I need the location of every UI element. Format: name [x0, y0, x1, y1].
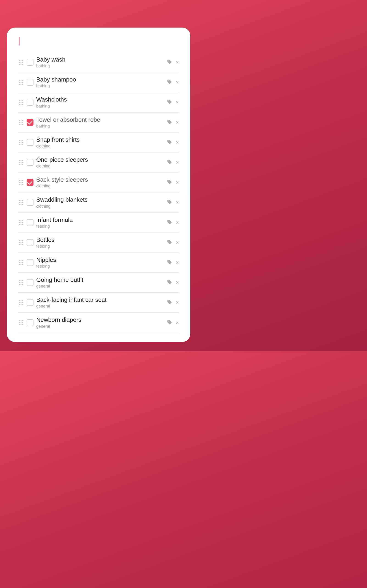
- item-actions: ×: [167, 120, 179, 125]
- item-category: clothing: [36, 184, 164, 189]
- item-name: Bottles: [36, 236, 164, 243]
- checkbox[interactable]: [27, 299, 33, 306]
- drag-handle[interactable]: [18, 259, 24, 266]
- tag-button[interactable]: [167, 179, 172, 185]
- remove-button[interactable]: ×: [176, 140, 179, 145]
- remove-button[interactable]: ×: [176, 260, 179, 265]
- checkbox[interactable]: [27, 199, 33, 206]
- tag-button[interactable]: [167, 99, 172, 105]
- item-actions: ×: [167, 240, 179, 246]
- item-category: feeding: [36, 224, 164, 229]
- tag-button[interactable]: [167, 259, 172, 266]
- drag-handle[interactable]: [18, 199, 24, 206]
- checkbox[interactable]: [27, 59, 33, 66]
- drag-handle[interactable]: [18, 279, 24, 286]
- item-text: Bottlesfeeding: [36, 236, 164, 249]
- drag-handle[interactable]: [18, 139, 24, 146]
- checkbox[interactable]: [27, 79, 33, 86]
- tag-button[interactable]: [167, 59, 172, 65]
- list-item: Baby shampoobathing×: [18, 72, 179, 92]
- drag-handle[interactable]: [18, 219, 24, 226]
- item-actions: ×: [167, 300, 179, 305]
- list-item: Snap front shirtsclothing×: [18, 132, 179, 153]
- drag-handle[interactable]: [18, 179, 24, 186]
- item-actions: ×: [167, 199, 179, 205]
- item-name: Newborn diapers: [36, 316, 164, 323]
- tag-button[interactable]: [167, 320, 172, 326]
- item-category: feeding: [36, 264, 164, 269]
- list-item: One-piece sleepersclothing×: [18, 153, 179, 173]
- checkbox[interactable]: [27, 319, 33, 326]
- item-name: Baby shampoo: [36, 76, 164, 83]
- drag-handle[interactable]: [18, 159, 24, 166]
- remove-button[interactable]: ×: [176, 220, 179, 225]
- remove-button[interactable]: ×: [176, 99, 179, 105]
- remove-button[interactable]: ×: [176, 180, 179, 185]
- item-category: clothing: [36, 204, 164, 209]
- item-name: Going home outfit: [36, 276, 164, 284]
- tag-button[interactable]: [167, 159, 172, 165]
- checkbox[interactable]: [27, 259, 33, 266]
- tag-button[interactable]: [167, 120, 172, 125]
- item-actions: ×: [167, 59, 179, 65]
- item-text: Back-facing infant car seatgeneral: [36, 296, 164, 309]
- list-item: Sack-style sleepersclothing×: [18, 173, 179, 192]
- checkbox[interactable]: [27, 219, 33, 226]
- checkbox[interactable]: [27, 239, 33, 246]
- remove-button[interactable]: ×: [176, 320, 179, 326]
- tag-button[interactable]: [167, 220, 172, 225]
- checkbox[interactable]: [27, 99, 33, 106]
- remove-button[interactable]: ×: [176, 120, 179, 125]
- item-text: Snap front shirtsclothing: [36, 136, 164, 149]
- tag-button[interactable]: [167, 300, 172, 305]
- checkbox[interactable]: [27, 139, 33, 146]
- drag-handle[interactable]: [18, 119, 24, 126]
- list-item: Newborn diapersgeneral×: [18, 313, 179, 333]
- checklist-card: Baby washbathing×Baby shampoobathing×Was…: [7, 27, 190, 342]
- drag-handle[interactable]: [18, 99, 24, 106]
- item-category: bathing: [36, 64, 164, 69]
- remove-button[interactable]: ×: [176, 240, 179, 245]
- text-cursor: [19, 37, 19, 45]
- item-actions: ×: [167, 279, 179, 285]
- item-name: Swaddling blankets: [36, 196, 164, 203]
- item-actions: ×: [167, 159, 179, 165]
- item-text: Newborn diapersgeneral: [36, 316, 164, 329]
- list-item: Going home outfitgeneral×: [18, 273, 179, 293]
- checklist-container: Baby washbathing×Baby shampoobathing×Was…: [18, 52, 179, 333]
- remove-button[interactable]: ×: [176, 300, 179, 305]
- list-item: Washclothsbathing×: [18, 92, 179, 112]
- item-actions: ×: [167, 259, 179, 266]
- list-item: Nipplesfeeding×: [18, 253, 179, 273]
- checkbox[interactable]: [27, 179, 33, 186]
- item-text: Sack-style sleepersclothing: [36, 176, 164, 189]
- item-name: Washcloths: [36, 96, 164, 103]
- checkbox[interactable]: [27, 119, 33, 126]
- item-name: Baby wash: [36, 56, 164, 63]
- drag-handle[interactable]: [18, 59, 24, 66]
- drag-handle[interactable]: [18, 299, 24, 306]
- remove-button[interactable]: ×: [176, 160, 179, 165]
- tag-button[interactable]: [167, 240, 172, 246]
- remove-button[interactable]: ×: [176, 199, 179, 205]
- tag-button[interactable]: [167, 139, 172, 145]
- drag-handle[interactable]: [18, 79, 24, 86]
- item-text: Swaddling blanketsclothing: [36, 196, 164, 208]
- remove-button[interactable]: ×: [176, 79, 179, 85]
- item-category: general: [36, 304, 164, 309]
- tag-button[interactable]: [167, 199, 172, 205]
- remove-button[interactable]: ×: [176, 280, 179, 285]
- checkbox[interactable]: [27, 159, 33, 166]
- item-name: Snap front shirts: [36, 136, 164, 143]
- item-actions: ×: [167, 139, 179, 145]
- tag-button[interactable]: [167, 279, 172, 285]
- item-name: Nipples: [36, 256, 164, 263]
- tag-button[interactable]: [167, 79, 172, 85]
- list-item: Towel or absorbent robebathing×: [18, 112, 179, 132]
- remove-button[interactable]: ×: [176, 60, 179, 65]
- list-item: Swaddling blanketsclothing×: [18, 192, 179, 212]
- drag-handle[interactable]: [18, 239, 24, 246]
- page-header: [90, 0, 108, 27]
- drag-handle[interactable]: [18, 319, 24, 326]
- checkbox[interactable]: [27, 279, 33, 286]
